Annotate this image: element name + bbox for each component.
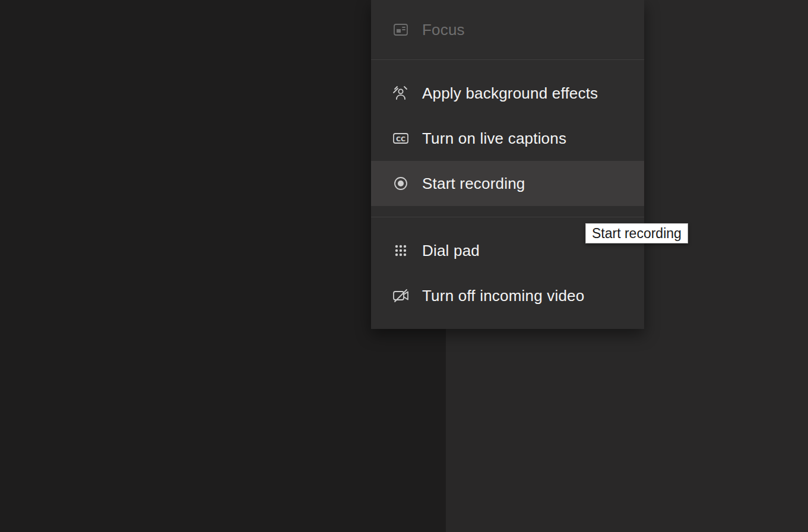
- menu-item-start-recording[interactable]: Start recording: [371, 161, 644, 206]
- more-actions-menu: Focus Apply background effects: [371, 0, 644, 329]
- focus-icon: [391, 20, 410, 39]
- menu-item-label: Dial pad: [422, 242, 480, 260]
- menu-item-label: Turn on live captions: [422, 129, 566, 148]
- dial-pad-icon: [391, 241, 410, 260]
- meeting-screen: Focus Apply background effects: [0, 0, 808, 532]
- menu-item-apply-background-effects[interactable]: Apply background effects: [371, 71, 644, 116]
- menu-item-turn-on-live-captions[interactable]: CC Turn on live captions: [371, 116, 644, 161]
- menu-item-label: Turn off incoming video: [422, 287, 584, 305]
- menu-item-label: Focus: [422, 21, 465, 39]
- svg-text:CC: CC: [396, 135, 405, 143]
- video-off-icon: [391, 286, 410, 305]
- menu-item-turn-off-incoming-video[interactable]: Turn off incoming video: [371, 273, 644, 318]
- menu-section-middle: Apply background effects CC Turn on live…: [371, 60, 644, 217]
- menu-item-label: Start recording: [422, 175, 525, 193]
- record-icon: [391, 174, 410, 193]
- live-captions-icon: CC: [391, 129, 410, 148]
- menu-item-focus[interactable]: Focus: [371, 7, 644, 52]
- menu-item-label: Apply background effects: [422, 84, 598, 103]
- menu-section-top: Focus: [371, 0, 644, 59]
- start-recording-tooltip: Start recording: [585, 223, 688, 243]
- background-effects-icon: [391, 84, 410, 103]
